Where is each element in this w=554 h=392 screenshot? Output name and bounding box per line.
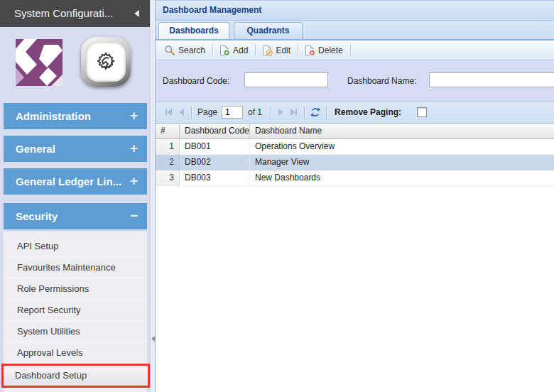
toolbar-separator xyxy=(350,44,351,56)
sidebar-section-administration[interactable]: Administration + xyxy=(4,103,147,129)
section-label: Administration xyxy=(16,110,91,122)
page-of-label: of 1 xyxy=(248,107,262,117)
add-button-label: Add xyxy=(233,45,248,55)
remove-paging-label: Remove Paging: xyxy=(335,107,401,117)
delete-button[interactable]: Delete xyxy=(300,43,348,58)
page-label: Page xyxy=(197,107,217,117)
search-button[interactable]: Search xyxy=(161,43,210,58)
first-page-icon xyxy=(167,109,172,116)
dashboard-code-cell: DB002 xyxy=(180,155,250,170)
search-form: Dashboard Code: Dashboard Name: xyxy=(156,60,554,102)
dashboard-name-input[interactable] xyxy=(429,72,554,87)
grid-header: # Dashboard Code Dashboard Name xyxy=(156,124,554,139)
expand-plus-icon[interactable]: + xyxy=(130,136,138,161)
app-window: System Configurati... Administra xyxy=(0,0,554,392)
last-page-button[interactable] xyxy=(290,109,297,116)
sidebar-item-dashboard-setup[interactable]: Dashboard Setup xyxy=(1,364,150,388)
first-page-button[interactable] xyxy=(165,109,172,116)
tab-strip: Dashboards Quadrants xyxy=(156,21,554,40)
dashboard-code-input[interactable] xyxy=(244,72,328,87)
edit-button[interactable]: Edit xyxy=(258,43,295,58)
section-label: General xyxy=(16,143,55,155)
paging-separator xyxy=(304,107,305,119)
add-button[interactable]: Add xyxy=(215,43,253,58)
sidebar-section-general-ledger[interactable]: General Ledger Lin... + xyxy=(4,168,147,195)
sidebar-section-security[interactable]: Security − xyxy=(4,203,147,229)
sidebar-collapse-icon[interactable] xyxy=(134,10,139,17)
delete-icon xyxy=(304,45,315,56)
dashboard-name-cell: Manager View xyxy=(250,155,554,170)
section-label: Security xyxy=(16,210,58,222)
prev-page-icon xyxy=(179,109,184,116)
gear-icon xyxy=(86,42,126,82)
sidebar-section-general[interactable]: General + xyxy=(4,136,147,162)
edit-icon xyxy=(261,45,273,56)
sidebar-item-system-utilities[interactable]: System Utilities xyxy=(4,321,147,342)
panel-splitter[interactable] xyxy=(150,0,155,392)
security-submenu: API Setup Favourites Maintenance Role Pe… xyxy=(4,232,147,392)
edit-button-label: Edit xyxy=(276,45,290,55)
sidebar-item-favourites-maintenance[interactable]: Favourites Maintenance xyxy=(4,257,147,278)
expand-plus-icon[interactable]: + xyxy=(130,103,138,129)
paging-toolbar: Page of 1 Remove Paging: xyxy=(156,102,554,124)
column-header-dashboard-name[interactable]: Dashboard Name xyxy=(250,124,554,138)
tab-quadrants[interactable]: Quadrants xyxy=(234,22,303,39)
toolbar: Search Add Edit xyxy=(156,40,554,60)
dashboard-code-cell: DB001 xyxy=(180,139,250,155)
dashboard-name-cell: Operations Overview xyxy=(250,139,554,155)
search-button-label: Search xyxy=(178,45,205,55)
refresh-button[interactable] xyxy=(310,107,321,118)
remove-paging-checkbox[interactable] xyxy=(417,107,427,117)
table-row-selected[interactable]: 2 DB002 Manager View xyxy=(156,155,554,170)
expand-plus-icon[interactable]: + xyxy=(130,168,138,194)
next-page-icon xyxy=(278,109,283,116)
last-page-icon xyxy=(290,109,295,116)
row-number-cell: 2 xyxy=(156,155,180,170)
row-number-cell: 1 xyxy=(156,139,180,155)
sidebar-item-role-permissions[interactable]: Role Permissions xyxy=(4,278,147,300)
company-logo xyxy=(16,39,63,86)
collapse-minus-icon[interactable]: − xyxy=(130,203,138,229)
paging-separator xyxy=(191,107,192,119)
delete-button-label: Delete xyxy=(318,45,343,55)
sidebar: System Configurati... Administra xyxy=(0,0,150,392)
sidebar-title: System Configurati... xyxy=(14,7,113,19)
toolbar-separator xyxy=(212,44,213,56)
last-page-icon xyxy=(295,109,297,116)
section-label: General Ledger Lin... xyxy=(16,175,121,187)
tab-dashboards[interactable]: Dashboards xyxy=(158,22,229,39)
dashboard-name-cell: New Dashboards xyxy=(250,170,554,186)
next-page-button[interactable] xyxy=(278,109,283,116)
table-row[interactable]: 3 DB003 New Dashboards xyxy=(156,170,554,186)
sidebar-header: System Configurati... xyxy=(0,0,150,27)
search-icon xyxy=(164,45,175,56)
dashboard-name-label: Dashboard Name: xyxy=(347,76,416,86)
dashboard-code-label: Dashboard Code: xyxy=(163,76,229,86)
page-number-input[interactable] xyxy=(222,106,243,119)
column-header-dashboard-code[interactable]: Dashboard Code xyxy=(180,124,250,138)
paging-separator xyxy=(326,107,327,119)
column-header-number[interactable]: # xyxy=(156,124,180,138)
add-icon xyxy=(219,45,230,56)
table-row[interactable]: 1 DB001 Operations Overview xyxy=(156,139,554,155)
settings-logo xyxy=(81,37,131,87)
sidebar-item-approval-levels[interactable]: Approval Levels xyxy=(4,342,147,364)
toolbar-separator xyxy=(255,44,256,56)
dashboard-code-cell: DB003 xyxy=(180,170,250,186)
refresh-icon xyxy=(310,107,321,118)
prev-page-button[interactable] xyxy=(179,109,184,116)
sidebar-item-report-security[interactable]: Report Security xyxy=(4,300,147,321)
toolbar-separator xyxy=(298,44,298,56)
paging-separator xyxy=(271,107,271,119)
sidebar-item-api-setup[interactable]: API Setup xyxy=(4,236,147,257)
panel-title: Dashboard Management xyxy=(156,0,554,21)
dashboard-management-panel: Dashboard Management Dashboards Quadrant… xyxy=(155,0,554,392)
row-number-cell: 3 xyxy=(156,170,180,186)
